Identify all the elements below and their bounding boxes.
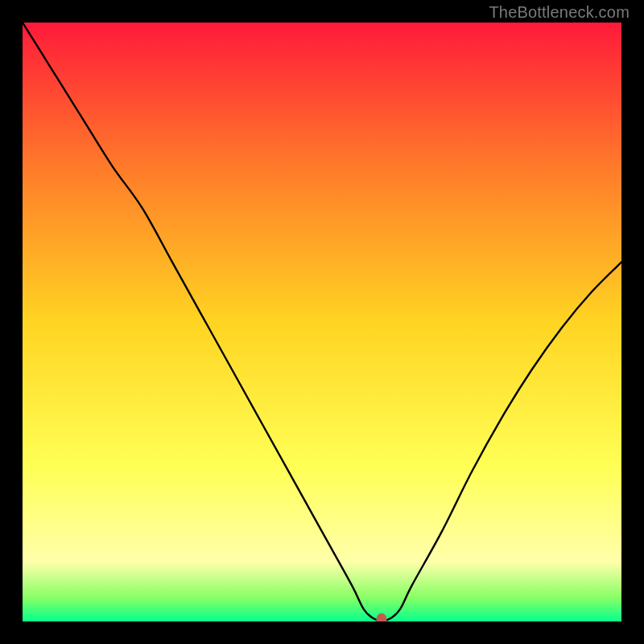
optimal-point-marker [377, 613, 387, 621]
plot-area [23, 23, 621, 621]
watermark-text: TheBottleneck.com [489, 3, 630, 22]
plot-svg [23, 23, 621, 621]
chart-frame: TheBottleneck.com [0, 0, 644, 644]
